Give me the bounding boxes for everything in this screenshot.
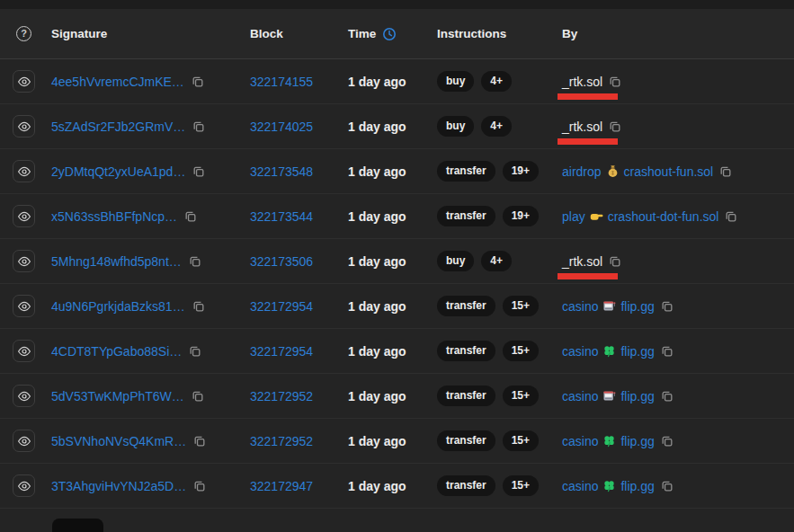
by-name-link[interactable]: flip.gg	[620, 299, 654, 314]
table-row: x5N63ssBhBFfpNcp… 322173544 1 day ago tr…	[0, 194, 794, 239]
copy-icon	[184, 210, 197, 223]
copy-icon	[189, 255, 201, 268]
block-link[interactable]: 322173544	[250, 209, 313, 224]
cell-signature: 4ee5hVvremcCJmKE…	[51, 75, 250, 89]
block-link[interactable]: 322173506	[250, 254, 313, 269]
signature-link[interactable]: 4u9N6PgrkjdaBzks81…	[51, 299, 185, 314]
copy-signature-button[interactable]	[184, 210, 197, 223]
cell-block: 322173506	[250, 254, 348, 269]
signature-link[interactable]: 2yDMtqQt2yxUeA1pd…	[51, 164, 185, 179]
help-icon[interactable]: ?	[16, 26, 31, 41]
by-name-link[interactable]: flip.gg	[620, 434, 654, 448]
copy-by-button[interactable]	[661, 480, 674, 492]
by-name-link[interactable]: airdrop	[562, 164, 602, 179]
signature-link[interactable]: 4CDT8TYpGabo88Si…	[51, 344, 182, 359]
copy-by-button[interactable]	[661, 435, 674, 448]
clover-icon	[602, 434, 616, 448]
cell-time: 1 day ago	[348, 389, 437, 403]
table-row: 2yDMtqQt2yxUeA1pd… 322173548 1 day ago t…	[0, 149, 794, 194]
copy-signature-button[interactable]	[192, 120, 205, 133]
by-name-link[interactable]: casino	[562, 299, 598, 314]
block-link[interactable]: 322172952	[250, 389, 313, 403]
signature-link[interactable]: 5dV53TwKMpPhT6W…	[51, 389, 184, 403]
copy-icon	[193, 480, 206, 492]
cell-preview	[0, 115, 51, 137]
cell-signature: 5sZAdSr2FJb2GRmV…	[51, 120, 250, 134]
by-name-link[interactable]: casino	[562, 344, 598, 359]
eye-preview-button[interactable]	[13, 340, 35, 362]
cell-time: 1 day ago	[348, 434, 437, 448]
copy-signature-button[interactable]	[192, 75, 204, 88]
table-row: 4CDT8TYpGabo88Si… 322172954 1 day ago tr…	[0, 329, 794, 374]
eye-preview-button[interactable]	[13, 70, 35, 93]
clock-icon[interactable]	[382, 27, 397, 41]
copy-signature-button[interactable]	[189, 255, 201, 268]
instruction-badge: buy	[437, 116, 474, 136]
by-name-link[interactable]: flip.gg	[620, 389, 654, 403]
copy-signature-button[interactable]	[192, 390, 204, 403]
cell-signature: 5bSVNhoNVsQ4KmR…	[51, 434, 250, 448]
signature-link[interactable]: 3T3AhgviHvYNJ2a5D…	[51, 479, 186, 493]
header-cell-block: Block	[250, 27, 348, 40]
signature-link[interactable]: 5Mhng148wfhd5p8nt…	[51, 254, 182, 269]
instruction-badge: transfer	[437, 430, 495, 450]
by-name-link[interactable]: casino	[562, 479, 598, 493]
eye-preview-button[interactable]	[13, 295, 35, 317]
cell-by: casinoflip.gg	[562, 389, 794, 403]
header-cell-time: Time	[348, 27, 437, 41]
cell-instructions: transfer15+	[437, 386, 562, 405]
block-link[interactable]: 322172954	[250, 344, 313, 359]
cell-instructions: transfer15+	[437, 475, 562, 495]
eye-icon	[17, 164, 31, 179]
copy-by-button[interactable]	[661, 390, 674, 403]
block-link[interactable]: 322173548	[250, 164, 313, 179]
cell-block: 322173544	[250, 209, 348, 224]
block-link[interactable]: 322172952	[250, 434, 313, 448]
copy-signature-button[interactable]	[192, 300, 205, 313]
by-name-link[interactable]: flip.gg	[620, 479, 654, 493]
by-name-link[interactable]: casino	[562, 434, 598, 448]
by-name-link[interactable]: crashout-fun.sol	[624, 164, 714, 179]
eye-preview-button[interactable]	[13, 250, 35, 272]
copy-by-button[interactable]	[609, 120, 621, 133]
header-cell-help: ?	[0, 26, 51, 41]
copy-signature-button[interactable]	[193, 480, 206, 492]
eye-preview-button[interactable]	[13, 474, 35, 497]
clover-icon	[602, 479, 616, 492]
copy-signature-button[interactable]	[189, 345, 201, 358]
by-name-link[interactable]: flip.gg	[620, 344, 654, 359]
copy-by-button[interactable]	[725, 210, 737, 223]
eye-preview-button[interactable]	[13, 205, 35, 227]
by-name-link[interactable]: crashout-dot-fun.sol	[608, 209, 719, 224]
eye-preview-button[interactable]	[13, 385, 35, 407]
copy-by-button[interactable]	[609, 75, 621, 88]
copy-by-button[interactable]	[719, 165, 732, 178]
signature-link[interactable]: 4ee5hVvremcCJmKE…	[51, 75, 184, 89]
block-link[interactable]: 322174025	[250, 120, 313, 134]
signature-link[interactable]: 5sZAdSr2FJb2GRmV…	[51, 120, 185, 134]
eye-preview-button[interactable]	[13, 430, 35, 452]
by-name-link[interactable]: casino	[562, 389, 598, 403]
block-link[interactable]: 322174155	[250, 75, 313, 89]
annotation-underline	[558, 93, 618, 100]
by-name: _rtk.sol	[562, 254, 602, 269]
slot-machine-icon	[602, 389, 616, 403]
eye-preview-button[interactable]	[13, 115, 35, 137]
block-link[interactable]: 322172947	[250, 479, 313, 493]
copy-signature-button[interactable]	[193, 435, 206, 448]
pagination-button[interactable]	[52, 519, 103, 532]
by-name-text: _rtk.sol	[562, 75, 602, 89]
copy-by-button[interactable]	[609, 255, 621, 268]
eye-preview-button[interactable]	[13, 160, 35, 182]
copy-by-button[interactable]	[661, 300, 674, 313]
instruction-badge: buy	[437, 251, 474, 270]
signature-link[interactable]: x5N63ssBhBFfpNcp…	[51, 209, 177, 224]
cell-signature: 5Mhng148wfhd5p8nt…	[51, 254, 250, 269]
signature-link[interactable]: 5bSVNhoNVsQ4KmR…	[51, 434, 186, 448]
by-name-link[interactable]: play	[562, 209, 585, 224]
copy-by-button[interactable]	[661, 345, 674, 358]
copy-signature-button[interactable]	[192, 165, 205, 178]
by-name: _rtk.sol	[562, 120, 602, 134]
block-link[interactable]: 322172954	[250, 299, 313, 314]
time-text: 1 day ago	[348, 389, 406, 403]
